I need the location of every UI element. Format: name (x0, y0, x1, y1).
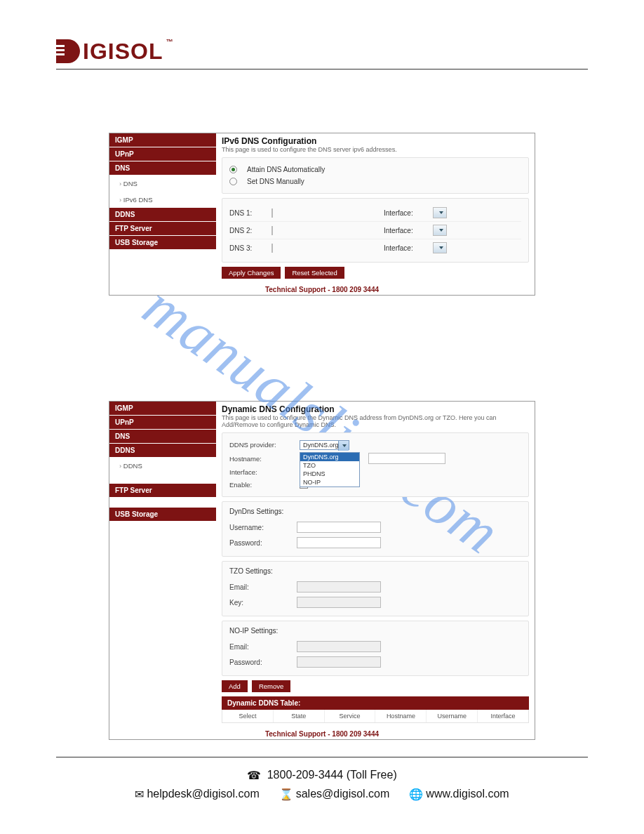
username-input[interactable] (297, 522, 381, 533)
tech-support-footer: Technical Support - 1800 209 3444 (109, 283, 535, 295)
provider-opt-noip[interactable]: NO-IP (300, 478, 359, 486)
iface3-select[interactable] (433, 242, 447, 253)
dns1-label: DNS 1: (229, 209, 271, 217)
col-service: Service (325, 710, 376, 722)
sidebar2-dns[interactable]: DNS (109, 430, 216, 444)
dyndns-heading: DynDns Settings: (229, 508, 521, 515)
brand-name: IGISOL (83, 39, 163, 63)
sidebar2-subddns[interactable]: DDNS (109, 458, 216, 474)
sidebar-item-usb[interactable]: USB Storage (109, 236, 216, 250)
contact-sales: sales@digisol.com (296, 788, 390, 800)
sidebar-item-igmp[interactable]: IGMP (109, 133, 216, 147)
tzo-key-input[interactable] (297, 597, 381, 608)
username-label: Username: (229, 524, 291, 531)
ddns-title: Dynamic DNS Configuration (222, 404, 529, 414)
iface3-label: Interface: (384, 244, 433, 252)
dns2-input[interactable] (271, 226, 273, 235)
phone-icon: ☎ (247, 767, 261, 785)
hourglass-icon: ⌛ (279, 786, 293, 804)
sidebar-item-dns[interactable]: DNS (109, 161, 216, 176)
contact-phone: 1800-209-3444 (Toll Free) (267, 769, 397, 781)
iface1-label: Interface: (384, 209, 433, 217)
contact-web: www.digisol.com (426, 788, 509, 800)
noip-pass-input[interactable] (297, 656, 381, 668)
sidebar2-ddns[interactable]: DDNS (109, 444, 216, 458)
enable-label: Enable: (229, 481, 294, 489)
sidebar-subitem-ipv6dns[interactable]: IPv6 DNS (109, 192, 216, 208)
iface2-select[interactable] (433, 225, 447, 236)
noip-pass-label: Password: (229, 658, 291, 666)
mail-icon: ✉ (135, 786, 144, 804)
contact-block: ☎ 1800-209-3444 (Toll Free) ✉helpdesk@di… (56, 766, 588, 803)
dns2-label: DNS 2: (229, 227, 271, 234)
dns3-input[interactable] (271, 244, 273, 253)
provider-opt-phdns[interactable]: PHDNS (300, 470, 359, 478)
contact-email: helpdesk@digisol.com (147, 788, 259, 800)
provider-opt-dyndns[interactable]: DynDNS.org (300, 453, 359, 461)
tech-support-footer-2: Technical Support - 1800 209 3444 (109, 727, 535, 739)
dns3-label: DNS 3: (229, 244, 271, 252)
brand-logo: IGISOL ™ (56, 39, 588, 63)
footer-divider (56, 757, 588, 757)
col-state: State (274, 710, 325, 722)
hostname-input[interactable] (368, 453, 445, 464)
col-username: Username (427, 710, 478, 722)
tzo-key-label: Key: (229, 599, 291, 607)
password-input[interactable] (297, 537, 381, 548)
col-select: Select (222, 710, 274, 722)
globe-icon: 🌐 (409, 786, 423, 804)
sidebar2-upnp[interactable]: UPnP (109, 416, 216, 430)
tzo-email-label: Email: (229, 583, 291, 591)
interface-label: Interface: (229, 468, 294, 476)
tzo-email-input[interactable] (297, 581, 381, 593)
sidebar-nav-1: IGMP UPnP DNS DNS IPv6 DNS DDNS FTP Serv… (109, 133, 216, 283)
sidebar-item-ftp[interactable]: FTP Server (109, 222, 216, 236)
radio-set-dns[interactable] (229, 178, 237, 185)
col-interface: Interface (478, 710, 528, 722)
ddns-desc: This page is used to configure the Dynam… (222, 414, 529, 428)
sidebar2-usb[interactable]: USB Storage (109, 508, 216, 522)
page-title: IPv6 DNS Configuration (222, 136, 529, 146)
iface2-label: Interface: (384, 227, 433, 234)
screenshot-ipv6-dns: IGMP UPnP DNS DNS IPv6 DNS DDNS FTP Serv… (109, 133, 535, 296)
sidebar2-igmp[interactable]: IGMP (109, 402, 216, 416)
password-label: Password: (229, 539, 291, 547)
sidebar-item-ddns[interactable]: DDNS (109, 208, 216, 222)
radio-set-label: Set DNS Manually (247, 178, 304, 185)
apply-changes-button[interactable]: Apply Changes (222, 267, 281, 279)
trademark-icon: ™ (166, 38, 173, 46)
ddns-table-title: Dynamic DDNS Table: (222, 696, 529, 710)
reset-selected-button[interactable]: Reset Selected (285, 267, 344, 279)
add-button[interactable]: Add (222, 680, 248, 692)
radio-attain-dns[interactable] (229, 166, 237, 173)
iface1-select[interactable] (433, 207, 447, 218)
dns1-input[interactable] (271, 208, 273, 218)
provider-dropdown-list: DynDNS.org TZO PHDNS NO-IP (300, 452, 360, 487)
sidebar-item-upnp[interactable]: UPnP (109, 147, 216, 161)
sidebar-subitem-dns[interactable]: DNS (109, 176, 216, 192)
logo-mark-icon (56, 39, 80, 63)
noip-email-input[interactable] (297, 641, 381, 652)
noip-heading: NO-IP Settings: (229, 627, 521, 635)
col-hostname: Hostname (375, 710, 427, 722)
ddns-table-header: Select State Service Hostname Username I… (222, 710, 529, 723)
tzo-heading: TZO Settings: (229, 567, 521, 575)
hostname-label: Hostname: (229, 455, 294, 463)
provider-opt-tzo[interactable]: TZO (300, 461, 359, 470)
sidebar2-ftp[interactable]: FTP Server (109, 484, 216, 498)
sidebar-nav-2: IGMP UPnP DNS DDNS DDNS FTP Server USB S… (109, 402, 216, 727)
remove-button[interactable]: Remove (252, 680, 290, 692)
page-description: This page is used to configure the DNS s… (222, 146, 529, 153)
provider-label: DDNS provider: (229, 441, 294, 449)
screenshot-ddns: IGMP UPnP DNS DDNS DDNS FTP Server USB S… (109, 401, 535, 740)
provider-select[interactable]: DynDNS.org (300, 440, 349, 450)
noip-email-label: Email: (229, 643, 291, 651)
radio-attain-label: Attain DNS Automatically (247, 166, 325, 173)
